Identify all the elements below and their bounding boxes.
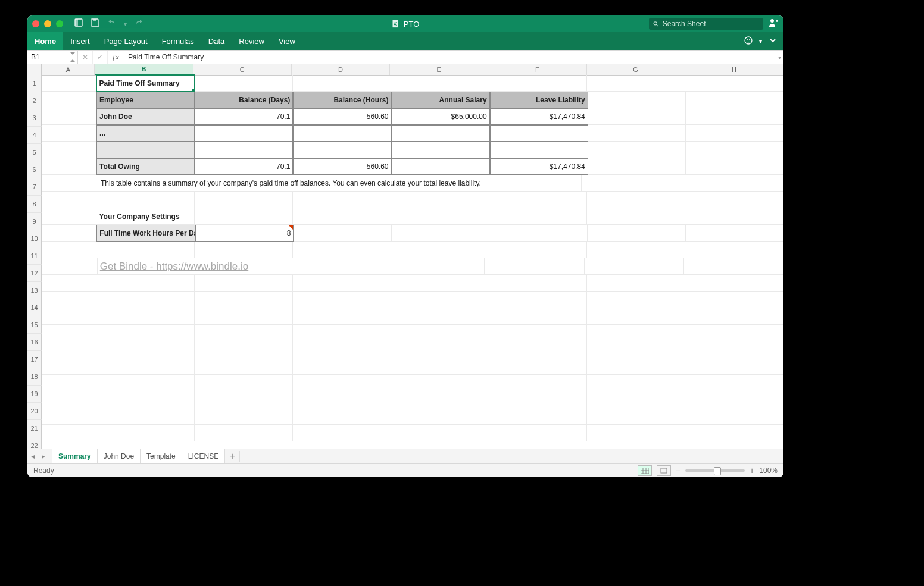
zoom-slider[interactable] [685, 469, 745, 472]
table-header[interactable]: Balance (Days) [195, 92, 293, 108]
data-cell[interactable]: $65,000.00 [391, 108, 489, 125]
cell[interactable] [96, 308, 195, 325]
cell[interactable] [391, 308, 489, 325]
cell[interactable] [489, 341, 588, 358]
col-header-h[interactable]: H [685, 64, 783, 75]
cell[interactable] [489, 75, 588, 92]
note-cell[interactable]: This table contains a summary of your co… [98, 175, 582, 192]
row-header[interactable]: 8 [27, 196, 42, 213]
cell[interactable] [293, 391, 391, 408]
cell[interactable] [489, 292, 588, 308]
col-header-f[interactable]: F [488, 64, 586, 75]
cell[interactable] [42, 358, 96, 375]
row-header[interactable]: 16 [27, 334, 42, 351]
cell[interactable] [585, 258, 684, 275]
accept-formula-icon[interactable]: ✓ [93, 51, 108, 64]
cell[interactable] [195, 75, 293, 92]
close-icon[interactable] [32, 20, 39, 27]
ribbon-tab-insert[interactable]: Insert [63, 32, 97, 50]
row-header[interactable]: 15 [27, 316, 42, 334]
cell[interactable] [42, 208, 96, 225]
zoom-level[interactable]: 100% [759, 466, 778, 475]
cell[interactable] [293, 292, 391, 308]
ribbon-tab-review[interactable]: Review [232, 32, 271, 50]
select-all-corner[interactable] [27, 64, 42, 75]
sheet-tab-template[interactable]: Template [140, 449, 182, 463]
cell[interactable] [293, 75, 391, 92]
cell[interactable] [42, 125, 96, 142]
data-cell[interactable] [490, 125, 588, 142]
cell[interactable] [685, 192, 783, 208]
cell[interactable] [587, 308, 685, 325]
spreadsheet-grid[interactable]: A B C D E F G H 123456789101112131415161… [27, 64, 783, 449]
page-layout-view-icon[interactable] [657, 465, 671, 476]
cell[interactable] [96, 425, 195, 441]
save-icon[interactable] [90, 18, 100, 30]
cell[interactable] [489, 208, 588, 225]
cell[interactable] [587, 292, 685, 308]
data-cell[interactable]: 70.1 [195, 108, 293, 125]
cell[interactable] [42, 75, 96, 92]
data-cell[interactable] [391, 142, 489, 158]
cell[interactable] [293, 325, 391, 341]
cell[interactable] [385, 258, 485, 275]
sheet-tab-summary[interactable]: Summary [52, 449, 98, 464]
cell[interactable] [42, 258, 98, 275]
cell[interactable] [489, 275, 588, 292]
cell[interactable] [42, 408, 96, 425]
cell[interactable] [195, 341, 293, 358]
cell[interactable] [588, 108, 686, 125]
cell[interactable] [685, 408, 783, 425]
cell[interactable] [685, 358, 783, 375]
total-cell[interactable]: $17,470.84 [490, 158, 588, 175]
row-header[interactable]: 4 [27, 127, 42, 144]
cell[interactable] [489, 408, 588, 425]
row-header[interactable]: 18 [27, 368, 42, 386]
cell[interactable] [195, 192, 293, 208]
row-header[interactable]: 5 [27, 144, 42, 161]
ribbon-tab-home[interactable]: Home [27, 32, 63, 50]
add-sheet-button[interactable]: + [225, 451, 240, 462]
sheet-tab-john-doe[interactable]: John Doe [97, 449, 141, 463]
cell-b1[interactable]: Paid Time Off Summary [96, 75, 195, 92]
sheet-tab-license[interactable]: LICENSE [182, 449, 225, 463]
data-cell[interactable] [96, 142, 195, 158]
cell[interactable] [587, 358, 685, 375]
data-cell[interactable] [195, 125, 293, 142]
cell[interactable] [96, 275, 195, 292]
cell[interactable] [485, 258, 584, 275]
cell[interactable] [685, 75, 783, 92]
cell[interactable] [293, 308, 391, 325]
cell[interactable] [392, 225, 490, 242]
cell[interactable] [489, 358, 588, 375]
cell[interactable] [391, 242, 489, 258]
cell[interactable] [686, 108, 783, 125]
row-header[interactable]: 21 [27, 420, 42, 437]
cell[interactable] [391, 325, 489, 341]
row-header[interactable]: 17 [27, 351, 42, 368]
cell[interactable] [685, 375, 783, 391]
expand-formula-icon[interactable]: ▾ [775, 51, 783, 64]
cell[interactable] [684, 258, 783, 275]
workbook-icon[interactable] [74, 18, 83, 30]
cell[interactable] [293, 358, 391, 375]
data-cell[interactable]: ... [96, 125, 195, 142]
cell[interactable] [686, 125, 783, 142]
cells-area[interactable]: Paid Time Off SummaryEmployeeBalance (Da… [42, 75, 783, 449]
data-cell[interactable] [391, 125, 489, 142]
collapse-ribbon-icon[interactable] [768, 36, 778, 47]
zoom-out-button[interactable]: − [676, 466, 680, 475]
row-header[interactable]: 12 [27, 265, 42, 282]
cell[interactable] [195, 391, 293, 408]
cell[interactable] [42, 142, 96, 158]
cell[interactable] [96, 325, 195, 341]
row-header[interactable]: 9 [27, 213, 42, 230]
cell[interactable] [391, 375, 489, 391]
col-header-a[interactable]: A [42, 64, 95, 75]
cell[interactable] [293, 341, 391, 358]
cell[interactable] [195, 375, 293, 391]
cell[interactable] [489, 391, 588, 408]
cell[interactable] [293, 375, 391, 391]
cell[interactable] [686, 225, 784, 242]
cell[interactable] [489, 192, 588, 208]
